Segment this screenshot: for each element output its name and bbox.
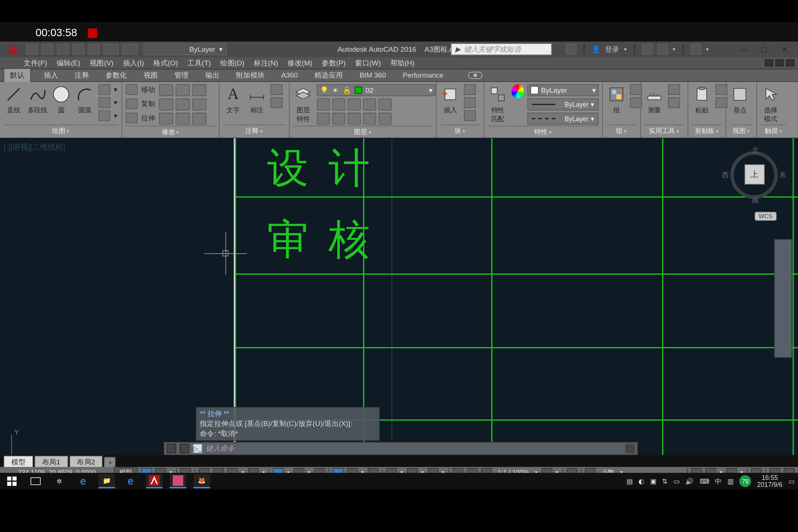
drawing-canvas[interactable]: [-][俯视][二维线框] 设 计 审 核 上 北 南 西 东 W [0,138,798,455]
menu-dim[interactable]: 标注(N) [254,58,278,68]
workspace-min-button[interactable] [765,59,773,66]
table-button[interactable] [270,97,282,108]
panel-title-view[interactable]: 视图 [730,125,753,136]
mirror-button[interactable] [159,99,173,110]
ribbon-tab-addins[interactable]: 附加模块 [233,68,268,82]
tray-app-icon[interactable]: ◐ [638,477,644,485]
layer-states-button[interactable] [348,113,361,125]
save-button[interactable] [57,44,69,55]
ribbon-tab-view[interactable]: 视图 [140,68,161,82]
taskbar-app-firefox-icon[interactable]: 🦊 [194,474,210,488]
color-bylayer-dropdown[interactable]: ByLayer▾ [528,84,599,96]
trim-button[interactable] [175,84,190,96]
insert-block-button[interactable]: 插入 [440,84,461,115]
ribbon-tab-a360[interactable]: A360 [278,69,301,81]
plot-button[interactable] [88,44,100,55]
menu-insert[interactable]: 插入(I) [123,58,144,68]
tray-app-icon[interactable]: ▤ [627,477,632,485]
tray-badge[interactable]: 79 [739,475,751,487]
help-search-input[interactable]: ▶ 键入关键字或短语 [451,43,552,55]
create-block-button[interactable] [464,84,476,95]
navigation-bar[interactable] [774,239,792,358]
ribbon-tab-annotate[interactable]: 注释 [71,68,93,82]
taskbar-app-autocad-icon[interactable] [146,474,163,488]
ribbon-tab-manage[interactable]: 管理 [171,68,192,82]
fillet-button[interactable] [175,99,190,110]
menu-window[interactable]: 窗口(W) [355,58,381,68]
copy-button[interactable]: 复制 [126,99,155,109]
menu-param[interactable]: 参数(P) [322,58,345,68]
ungroup-button[interactable] [630,84,642,95]
rotate-button[interactable] [159,84,173,96]
ribbon-tab-parametric[interactable]: 参数化 [102,68,130,82]
measure-button[interactable]: 测量 [644,84,665,115]
attribute-button[interactable] [464,110,476,121]
new-file-button[interactable] [26,44,38,55]
polyline-button[interactable]: 多段线 [27,84,48,115]
workspace-close-button[interactable] [786,59,794,66]
autocad-logo-icon[interactable] [6,42,20,57]
viewcube[interactable]: 上 北 南 西 东 [724,144,784,204]
tray-battery-icon[interactable]: ▭ [673,477,679,485]
layer-walk-button[interactable] [363,113,376,125]
hatch-button[interactable] [99,110,110,121]
a360-icon[interactable] [657,44,668,55]
layout-tab-add-button[interactable]: + [104,457,116,468]
explode-button[interactable] [192,99,207,110]
taskbar-app-ie-icon[interactable]: e [122,474,139,488]
viewcube-west[interactable]: 西 [722,170,729,180]
menu-format[interactable]: 格式(O) [153,58,178,68]
viewcube-south[interactable]: 南 [752,196,759,206]
ribbon-tab-performance[interactable]: Performance [399,69,447,81]
viewport-label[interactable]: [-][俯视][二维线框] [4,142,65,153]
group-button[interactable]: 组 [606,84,627,115]
layer-iso-button[interactable] [317,113,330,125]
layer-off-button[interactable] [317,99,330,110]
dimension-button[interactable]: 标注 [247,84,267,115]
task-view-button[interactable] [27,474,44,488]
viewcube-north[interactable]: 北 [752,145,759,155]
layer-selector-dropdown[interactable]: 💡 ☀ 🔓 02 ▾ [317,84,436,96]
taskbar-app-spiral-icon[interactable]: ✲ [51,474,68,488]
layer-match-button[interactable] [379,99,392,110]
tray-ime-indicator[interactable]: 中 [715,477,722,485]
start-button[interactable] [4,474,20,488]
base-point-button[interactable]: 基点 [730,84,750,115]
panel-title-annotation[interactable]: 注释 [223,125,286,136]
leader-button[interactable] [270,84,282,95]
text-button[interactable]: A 文字 [223,84,243,115]
cmdline-recent-button[interactable] [625,444,635,453]
minimize-button[interactable]: — [736,43,752,55]
menu-file[interactable]: 文件(F) [24,58,47,68]
offset-button[interactable] [192,113,207,125]
panel-title-block[interactable]: 块 [440,125,480,136]
panel-title-layers[interactable]: 图层 [293,126,432,137]
cut-button[interactable] [716,84,727,95]
tray-app-icon[interactable]: ▣ [650,477,656,485]
edit-block-button[interactable] [464,97,476,108]
taskbar-app-edge-icon[interactable]: e [75,474,91,488]
panel-title-clipboard[interactable]: 剪贴板 [692,125,722,136]
tray-volume-icon[interactable]: 🔊 [685,477,693,485]
match-properties-button[interactable]: 特性 匹配 [488,84,508,123]
workspace-restore-button[interactable] [775,59,784,66]
command-line[interactable]: ▷_ 键入命令 [164,442,638,455]
exchange-apps-icon[interactable] [642,44,653,55]
layer-properties-button[interactable]: 图层 特性 [293,84,313,123]
taskbar-app-explorer-icon[interactable]: 📁 [99,474,115,488]
cmdline-input[interactable]: 键入命令 [206,443,622,453]
panel-title-utilities[interactable]: 实用工具 [644,125,684,136]
infocenter-icon[interactable] [566,44,577,55]
menu-tools[interactable]: 工具(T) [187,58,211,68]
select-mode-button[interactable]: 选择 模式 [761,84,781,123]
undo-button[interactable] [103,44,119,55]
panel-title-group[interactable]: 组 [606,125,637,136]
user-icon[interactable]: 👤 [591,45,600,53]
group-edit-button[interactable] [630,97,642,108]
quick-select-button[interactable] [668,84,680,95]
panel-title-draw[interactable]: 绘图 [4,125,118,136]
menu-edit[interactable]: 编辑(E) [57,58,80,68]
maximize-button[interactable]: ▢ [757,43,772,55]
rectangle-button[interactable] [99,84,110,95]
ribbon-minimize-icon[interactable] [468,72,483,79]
